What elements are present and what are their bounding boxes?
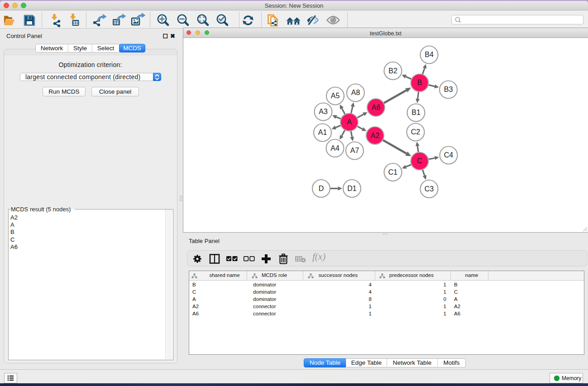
svg-text:A1: A1: [318, 129, 327, 136]
svg-text:B1: B1: [411, 109, 421, 116]
svg-text:B4: B4: [425, 51, 434, 58]
svg-text:C: C: [417, 157, 422, 165]
svg-text:D: D: [319, 185, 324, 192]
svg-text:A4: A4: [330, 144, 339, 152]
svg-text:A: A: [347, 118, 352, 126]
svg-text:B3: B3: [444, 86, 453, 93]
svg-text:A6: A6: [372, 104, 381, 111]
svg-text:A2: A2: [371, 132, 380, 139]
svg-text:A3: A3: [319, 108, 328, 115]
svg-text:B: B: [417, 79, 422, 86]
svg-text:C4: C4: [444, 151, 454, 159]
svg-text:C3: C3: [425, 185, 434, 193]
svg-text:A7: A7: [350, 147, 359, 154]
svg-text:D1: D1: [347, 185, 357, 192]
svg-text:A8: A8: [351, 89, 360, 96]
svg-text:C1: C1: [388, 168, 398, 176]
svg-text:A5: A5: [331, 92, 340, 100]
svg-text:C2: C2: [411, 128, 421, 136]
svg-text:B2: B2: [388, 67, 397, 75]
